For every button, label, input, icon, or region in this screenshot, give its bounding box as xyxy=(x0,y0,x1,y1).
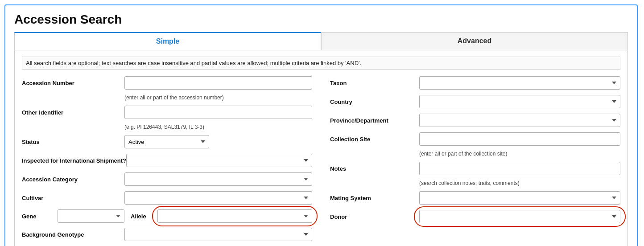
donor-row: Donor xyxy=(330,209,620,224)
notes-label: Notes xyxy=(330,165,419,172)
accession-number-input[interactable] xyxy=(124,76,312,90)
right-section: Taxon Country xyxy=(330,76,620,244)
country-label: Country xyxy=(330,98,419,105)
gene-select[interactable] xyxy=(58,209,124,223)
cultivar-wrapper xyxy=(124,191,312,205)
background-genotype-wrapper xyxy=(124,228,312,241)
status-label: Status xyxy=(22,139,124,145)
collection-site-wrapper xyxy=(419,132,620,146)
other-identifier-label: Other Identifier xyxy=(22,109,124,116)
tab-simple[interactable]: Simple xyxy=(14,32,321,50)
donor-label: Donor xyxy=(330,213,419,220)
background-genotype-label: Background Genotype xyxy=(22,231,124,238)
accession-category-label: Accession Category xyxy=(22,176,124,183)
notes-wrapper xyxy=(419,162,620,175)
notes-input[interactable] xyxy=(419,162,620,175)
accession-number-hint: (enter all or part of the accession numb… xyxy=(124,94,312,101)
taxon-wrapper xyxy=(419,76,620,90)
collection-site-input[interactable] xyxy=(419,132,620,146)
donor-select[interactable] xyxy=(419,210,620,223)
mating-system-wrapper xyxy=(419,191,620,205)
other-identifier-hint: (e.g. PI 126443, SAL3179, IL 3-3) xyxy=(124,124,312,130)
info-bar: All search fields are optional; text sea… xyxy=(22,57,620,70)
main-container: Accession Search Simple Advanced All sea… xyxy=(4,4,638,246)
taxon-select[interactable] xyxy=(419,76,620,90)
province-select[interactable] xyxy=(419,114,620,127)
cultivar-row: Cultivar xyxy=(22,191,312,205)
gene-label: Gene xyxy=(22,213,58,220)
tab-bar: Simple Advanced xyxy=(14,32,628,50)
allele-wrapper xyxy=(157,209,312,223)
status-select[interactable]: Active -- Inactive xyxy=(124,135,209,148)
province-label: Province/Department xyxy=(330,117,419,124)
mating-system-label: Mating System xyxy=(330,195,419,201)
other-identifier-input[interactable] xyxy=(124,106,312,119)
background-genotype-row: Background Genotype xyxy=(22,227,312,242)
accession-number-row: Accession Number xyxy=(22,76,312,90)
accession-number-label: Accession Number xyxy=(22,80,124,86)
form-grid: Accession Number (enter all or part of t… xyxy=(22,76,620,244)
accession-category-select[interactable] xyxy=(124,172,312,186)
left-section: Accession Number (enter all or part of t… xyxy=(22,76,312,244)
taxon-row: Taxon xyxy=(330,76,620,90)
province-row: Province/Department xyxy=(330,113,620,127)
cultivar-select[interactable] xyxy=(124,191,312,205)
allele-select[interactable] xyxy=(157,209,312,223)
collection-site-hint: (enter all or part of the collection sit… xyxy=(419,151,620,157)
country-select[interactable] xyxy=(419,95,620,108)
notes-row: Notes xyxy=(330,161,620,176)
allele-label: Allele xyxy=(131,213,157,220)
country-row: Country xyxy=(330,94,620,109)
search-form: All search fields are optional; text sea… xyxy=(14,50,628,246)
donor-wrapper xyxy=(419,210,620,223)
taxon-label: Taxon xyxy=(330,80,419,86)
notes-hint: (search collection notes, traits, commen… xyxy=(419,180,620,186)
status-row: Status Active -- Inactive xyxy=(22,135,312,149)
inspected-row: Inspected for International Shipment? xyxy=(22,153,312,168)
other-identifier-row: Other Identifier xyxy=(22,105,312,119)
page-title: Accession Search xyxy=(14,12,628,27)
collection-site-label: Collection Site xyxy=(330,136,419,143)
gene-allele-row: Gene Allele xyxy=(22,209,312,223)
province-wrapper xyxy=(419,114,620,127)
mating-system-row: Mating System xyxy=(330,191,620,205)
cultivar-label: Cultivar xyxy=(22,195,124,201)
inspected-select[interactable] xyxy=(126,154,312,167)
tab-advanced[interactable]: Advanced xyxy=(321,32,628,50)
mating-system-select[interactable] xyxy=(419,191,620,205)
country-wrapper xyxy=(419,95,620,108)
accession-category-wrapper xyxy=(124,172,312,186)
accession-number-wrapper xyxy=(124,76,312,90)
inspected-label: Inspected for International Shipment? xyxy=(22,157,126,164)
inspected-wrapper xyxy=(126,154,312,167)
collection-site-row: Collection Site xyxy=(330,132,620,146)
other-identifier-wrapper xyxy=(124,106,312,119)
background-genotype-select[interactable] xyxy=(124,228,312,241)
accession-category-row: Accession Category xyxy=(22,172,312,186)
